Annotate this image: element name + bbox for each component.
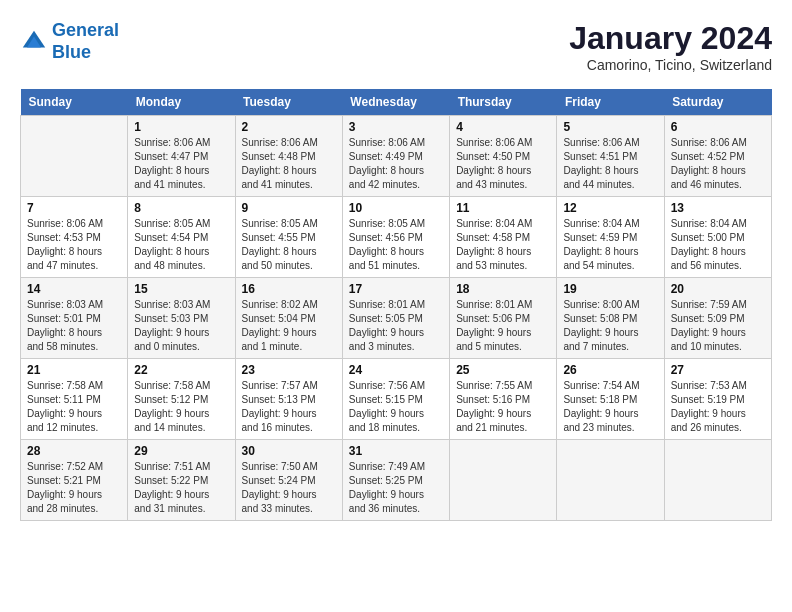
- day-info: Sunrise: 7:49 AMSunset: 5:25 PMDaylight:…: [349, 460, 443, 516]
- day-info: Sunrise: 8:06 AMSunset: 4:47 PMDaylight:…: [134, 136, 228, 192]
- header-saturday: Saturday: [664, 89, 771, 116]
- day-number: 30: [242, 444, 336, 458]
- day-cell: 30Sunrise: 7:50 AMSunset: 5:24 PMDayligh…: [235, 440, 342, 521]
- logo: General Blue: [20, 20, 119, 63]
- day-cell: 10Sunrise: 8:05 AMSunset: 4:56 PMDayligh…: [342, 197, 449, 278]
- day-info: Sunrise: 8:00 AMSunset: 5:08 PMDaylight:…: [563, 298, 657, 354]
- day-info: Sunrise: 8:03 AMSunset: 5:01 PMDaylight:…: [27, 298, 121, 354]
- day-number: 7: [27, 201, 121, 215]
- day-number: 10: [349, 201, 443, 215]
- day-number: 13: [671, 201, 765, 215]
- day-cell: 8Sunrise: 8:05 AMSunset: 4:54 PMDaylight…: [128, 197, 235, 278]
- header-sunday: Sunday: [21, 89, 128, 116]
- day-number: 8: [134, 201, 228, 215]
- day-number: 20: [671, 282, 765, 296]
- day-info: Sunrise: 8:04 AMSunset: 4:58 PMDaylight:…: [456, 217, 550, 273]
- day-cell: [21, 116, 128, 197]
- day-cell: [664, 440, 771, 521]
- day-number: 31: [349, 444, 443, 458]
- day-cell: 2Sunrise: 8:06 AMSunset: 4:48 PMDaylight…: [235, 116, 342, 197]
- day-cell: 7Sunrise: 8:06 AMSunset: 4:53 PMDaylight…: [21, 197, 128, 278]
- day-number: 27: [671, 363, 765, 377]
- day-number: 19: [563, 282, 657, 296]
- day-info: Sunrise: 8:05 AMSunset: 4:55 PMDaylight:…: [242, 217, 336, 273]
- day-number: 12: [563, 201, 657, 215]
- day-cell: 19Sunrise: 8:00 AMSunset: 5:08 PMDayligh…: [557, 278, 664, 359]
- header-monday: Monday: [128, 89, 235, 116]
- day-info: Sunrise: 7:51 AMSunset: 5:22 PMDaylight:…: [134, 460, 228, 516]
- month-title: January 2024: [569, 20, 772, 57]
- day-number: 29: [134, 444, 228, 458]
- day-cell: 16Sunrise: 8:02 AMSunset: 5:04 PMDayligh…: [235, 278, 342, 359]
- day-number: 14: [27, 282, 121, 296]
- day-cell: 22Sunrise: 7:58 AMSunset: 5:12 PMDayligh…: [128, 359, 235, 440]
- day-number: 28: [27, 444, 121, 458]
- day-info: Sunrise: 7:50 AMSunset: 5:24 PMDaylight:…: [242, 460, 336, 516]
- day-number: 6: [671, 120, 765, 134]
- day-info: Sunrise: 7:58 AMSunset: 5:12 PMDaylight:…: [134, 379, 228, 435]
- day-cell: 31Sunrise: 7:49 AMSunset: 5:25 PMDayligh…: [342, 440, 449, 521]
- day-cell: 12Sunrise: 8:04 AMSunset: 4:59 PMDayligh…: [557, 197, 664, 278]
- day-number: 26: [563, 363, 657, 377]
- week-row-3: 14Sunrise: 8:03 AMSunset: 5:01 PMDayligh…: [21, 278, 772, 359]
- day-info: Sunrise: 8:02 AMSunset: 5:04 PMDaylight:…: [242, 298, 336, 354]
- day-number: 18: [456, 282, 550, 296]
- day-cell: 1Sunrise: 8:06 AMSunset: 4:47 PMDaylight…: [128, 116, 235, 197]
- day-info: Sunrise: 7:52 AMSunset: 5:21 PMDaylight:…: [27, 460, 121, 516]
- day-info: Sunrise: 8:06 AMSunset: 4:50 PMDaylight:…: [456, 136, 550, 192]
- logo-icon: [20, 28, 48, 56]
- day-info: Sunrise: 8:05 AMSunset: 4:54 PMDaylight:…: [134, 217, 228, 273]
- day-info: Sunrise: 7:56 AMSunset: 5:15 PMDaylight:…: [349, 379, 443, 435]
- week-row-2: 7Sunrise: 8:06 AMSunset: 4:53 PMDaylight…: [21, 197, 772, 278]
- week-row-4: 21Sunrise: 7:58 AMSunset: 5:11 PMDayligh…: [21, 359, 772, 440]
- day-cell: 28Sunrise: 7:52 AMSunset: 5:21 PMDayligh…: [21, 440, 128, 521]
- day-number: 11: [456, 201, 550, 215]
- day-number: 3: [349, 120, 443, 134]
- day-cell: 23Sunrise: 7:57 AMSunset: 5:13 PMDayligh…: [235, 359, 342, 440]
- day-cell: 26Sunrise: 7:54 AMSunset: 5:18 PMDayligh…: [557, 359, 664, 440]
- day-number: 5: [563, 120, 657, 134]
- header-tuesday: Tuesday: [235, 89, 342, 116]
- day-info: Sunrise: 7:55 AMSunset: 5:16 PMDaylight:…: [456, 379, 550, 435]
- day-number: 9: [242, 201, 336, 215]
- day-cell: [450, 440, 557, 521]
- day-cell: 21Sunrise: 7:58 AMSunset: 5:11 PMDayligh…: [21, 359, 128, 440]
- day-info: Sunrise: 7:53 AMSunset: 5:19 PMDaylight:…: [671, 379, 765, 435]
- day-number: 24: [349, 363, 443, 377]
- day-cell: [557, 440, 664, 521]
- day-cell: 4Sunrise: 8:06 AMSunset: 4:50 PMDaylight…: [450, 116, 557, 197]
- day-info: Sunrise: 8:04 AMSunset: 5:00 PMDaylight:…: [671, 217, 765, 273]
- day-cell: 24Sunrise: 7:56 AMSunset: 5:15 PMDayligh…: [342, 359, 449, 440]
- day-number: 25: [456, 363, 550, 377]
- day-info: Sunrise: 7:57 AMSunset: 5:13 PMDaylight:…: [242, 379, 336, 435]
- day-info: Sunrise: 8:01 AMSunset: 5:05 PMDaylight:…: [349, 298, 443, 354]
- day-info: Sunrise: 7:59 AMSunset: 5:09 PMDaylight:…: [671, 298, 765, 354]
- day-cell: 13Sunrise: 8:04 AMSunset: 5:00 PMDayligh…: [664, 197, 771, 278]
- header-wednesday: Wednesday: [342, 89, 449, 116]
- day-number: 22: [134, 363, 228, 377]
- day-info: Sunrise: 7:58 AMSunset: 5:11 PMDaylight:…: [27, 379, 121, 435]
- day-cell: 17Sunrise: 8:01 AMSunset: 5:05 PMDayligh…: [342, 278, 449, 359]
- day-info: Sunrise: 8:05 AMSunset: 4:56 PMDaylight:…: [349, 217, 443, 273]
- day-cell: 5Sunrise: 8:06 AMSunset: 4:51 PMDaylight…: [557, 116, 664, 197]
- day-info: Sunrise: 8:06 AMSunset: 4:53 PMDaylight:…: [27, 217, 121, 273]
- day-cell: 15Sunrise: 8:03 AMSunset: 5:03 PMDayligh…: [128, 278, 235, 359]
- header-thursday: Thursday: [450, 89, 557, 116]
- logo-line1: General: [52, 20, 119, 40]
- day-info: Sunrise: 8:06 AMSunset: 4:52 PMDaylight:…: [671, 136, 765, 192]
- day-number: 4: [456, 120, 550, 134]
- day-number: 1: [134, 120, 228, 134]
- day-number: 15: [134, 282, 228, 296]
- logo-line2: Blue: [52, 42, 91, 62]
- header-friday: Friday: [557, 89, 664, 116]
- location-subtitle: Camorino, Ticino, Switzerland: [569, 57, 772, 73]
- day-info: Sunrise: 8:04 AMSunset: 4:59 PMDaylight:…: [563, 217, 657, 273]
- day-info: Sunrise: 8:06 AMSunset: 4:48 PMDaylight:…: [242, 136, 336, 192]
- week-row-5: 28Sunrise: 7:52 AMSunset: 5:21 PMDayligh…: [21, 440, 772, 521]
- day-cell: 11Sunrise: 8:04 AMSunset: 4:58 PMDayligh…: [450, 197, 557, 278]
- day-cell: 6Sunrise: 8:06 AMSunset: 4:52 PMDaylight…: [664, 116, 771, 197]
- day-cell: 18Sunrise: 8:01 AMSunset: 5:06 PMDayligh…: [450, 278, 557, 359]
- day-cell: 25Sunrise: 7:55 AMSunset: 5:16 PMDayligh…: [450, 359, 557, 440]
- logo-text: General Blue: [52, 20, 119, 63]
- day-info: Sunrise: 7:54 AMSunset: 5:18 PMDaylight:…: [563, 379, 657, 435]
